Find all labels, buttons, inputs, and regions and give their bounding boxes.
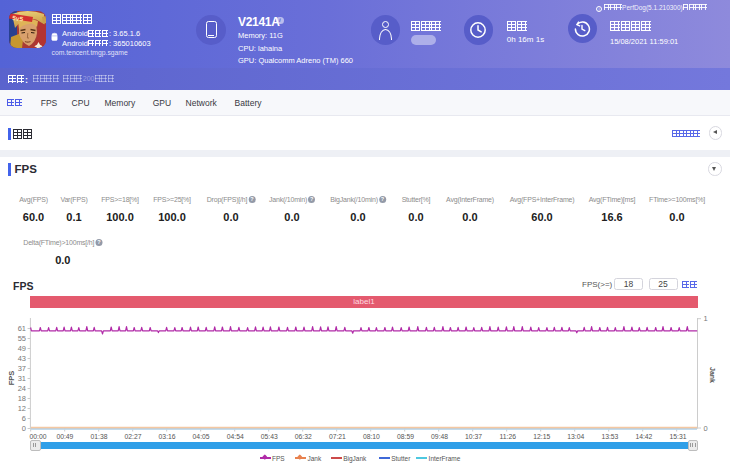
svg-text:6: 6 xyxy=(22,414,26,423)
svg-text:12: 12 xyxy=(18,404,26,413)
svg-text:10:37: 10:37 xyxy=(465,433,482,440)
svg-text:01:38: 01:38 xyxy=(90,433,107,440)
svg-text:04:05: 04:05 xyxy=(193,433,210,440)
svg-text:18: 18 xyxy=(18,394,26,403)
svg-text:37: 37 xyxy=(18,364,26,373)
svg-text:61: 61 xyxy=(18,324,26,333)
svg-text:00:00: 00:00 xyxy=(29,433,46,440)
svg-text:05:43: 05:43 xyxy=(261,433,278,440)
svg-text:14:42: 14:42 xyxy=(635,433,652,440)
svg-text:02:27: 02:27 xyxy=(124,433,141,440)
svg-text:Jank: Jank xyxy=(709,367,716,383)
svg-text:09:48: 09:48 xyxy=(431,433,448,440)
svg-text:24: 24 xyxy=(18,384,26,393)
svg-text:55: 55 xyxy=(18,334,26,343)
svg-text:13:53: 13:53 xyxy=(601,433,618,440)
svg-text:49: 49 xyxy=(18,344,26,353)
svg-text:1: 1 xyxy=(704,314,708,323)
svg-text:31: 31 xyxy=(18,374,26,383)
svg-text:00:49: 00:49 xyxy=(56,433,73,440)
svg-text:12:15: 12:15 xyxy=(533,433,550,440)
svg-text:11:26: 11:26 xyxy=(499,433,516,440)
svg-text:04:54: 04:54 xyxy=(227,433,244,440)
svg-text:03:16: 03:16 xyxy=(159,433,176,440)
svg-text:43: 43 xyxy=(18,354,26,363)
svg-text:FPS: FPS xyxy=(7,371,16,386)
svg-text:0: 0 xyxy=(704,424,708,433)
svg-text:08:59: 08:59 xyxy=(397,433,414,440)
svg-text:08:10: 08:10 xyxy=(363,433,380,440)
svg-text:13:04: 13:04 xyxy=(567,433,584,440)
svg-text:0: 0 xyxy=(22,424,26,433)
svg-text:06:32: 06:32 xyxy=(295,433,312,440)
svg-text:07:21: 07:21 xyxy=(329,433,346,440)
svg-text:15:31: 15:31 xyxy=(669,433,686,440)
